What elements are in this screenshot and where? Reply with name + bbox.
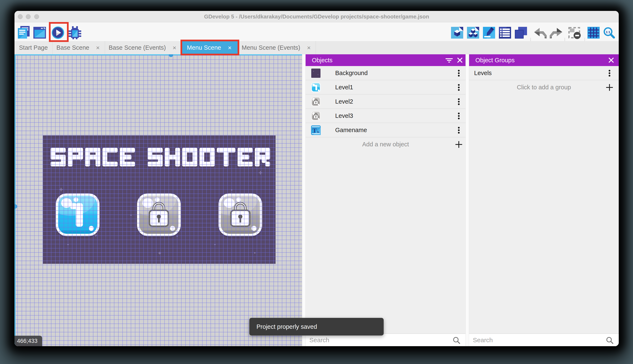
selection-edge-left [15,54,16,346]
gdevelop-window: GDevelop 5 - /Users/dkarakay/Documents/G… [15,11,619,346]
splitter-objects-groups[interactable] [466,54,469,346]
object-label: Level2 [335,94,353,108]
object-groups-panel: Object Groups Levels Click to add a [469,54,619,346]
instances-button[interactable] [467,27,479,38]
group-label: Levels [474,66,492,80]
scene-window-icon [33,27,46,38]
cursor-coordinates-badge: 466;433 [15,336,42,346]
search-icon[interactable] [606,336,614,344]
filter-icon[interactable] [445,56,453,64]
add-group-row[interactable]: Click to add a group [469,80,619,94]
object-menu-kebab-icon[interactable] [455,98,463,106]
project-manager-button[interactable] [18,26,30,39]
start-page-button[interactable] [33,27,46,38]
button-face [58,196,97,234]
close-objects-panel-icon[interactable] [456,56,464,64]
tab-base-scene-events[interactable]: Base Scene (Events) × [105,41,182,54]
tab-base-scene[interactable]: Base Scene × [53,41,105,54]
instances-cubes-icon [467,27,479,38]
group-row-levels[interactable]: Levels [469,66,619,80]
undo-button[interactable] [534,28,547,38]
groups-panel-header: Object Groups [469,54,619,66]
layers-icon [515,27,527,38]
padlock-icon [221,196,260,234]
project-manager-icon [18,26,30,39]
group-menu-kebab-icon[interactable] [605,69,614,77]
objects-panel-title: Objects [312,54,333,66]
splitter-canvas-objects[interactable] [302,54,305,346]
tab-bar: Start Page Base Scene × Base Scene (Even… [15,41,619,54]
grid-icon [587,27,600,38]
edit-pencil-icon [483,27,495,38]
tab-label: Start Page [19,44,48,51]
redo-button[interactable] [550,28,563,38]
add-object-row[interactable]: Add a new object [305,137,466,152]
tab-start-page[interactable]: Start Page [15,41,53,54]
object-row-background[interactable]: Background [305,66,466,80]
close-groups-panel-icon[interactable] [607,56,615,64]
close-tab-icon[interactable]: × [171,44,178,51]
object-menu-kebab-icon[interactable] [455,126,463,134]
object-row-level1[interactable]: Level1 [305,80,466,94]
svg-text:T: T [312,127,317,134]
object-label: Background [335,66,368,80]
add-object-plus-icon[interactable] [455,140,463,149]
locked-button-icon [311,111,321,121]
debug-bug-icon [69,26,81,39]
objects-panel: Objects [305,54,466,346]
button-face [139,196,178,234]
window-title: GDevelop 5 - /Users/dkarakay/Documents/G… [15,11,619,22]
add-group-label: Click to add a group [469,80,619,94]
titlebar: GDevelop 5 - /Users/dkarakay/Documents/G… [15,11,619,22]
tab-label: Base Scene (Events) [109,44,166,51]
svg-text:x: x [317,130,319,134]
object-page-icon [451,27,463,38]
toggle-grid-button[interactable] [587,27,600,38]
close-tab-icon[interactable]: × [95,44,101,51]
edit-scene-properties-button[interactable] [483,27,495,38]
objects-panel-header: Objects [305,54,466,66]
locked-button-icon [311,97,321,106]
object-row-level2[interactable]: Level2 [305,94,466,109]
groups-search-row [469,334,619,346]
close-tab-icon[interactable]: × [305,44,312,51]
object-menu-kebab-icon[interactable] [455,112,463,120]
groups-search-input[interactable] [473,334,578,346]
text-object-icon: T x [311,126,321,135]
svg-text:1:1: 1:1 [606,30,610,34]
debug-button[interactable] [69,26,81,39]
toolbar: 1:1 [15,22,619,41]
selection-handle-left[interactable] [15,204,17,209]
search-icon[interactable] [453,336,460,344]
scene-title-space-shooter [51,148,270,166]
save-toast: Project properly saved [249,318,384,336]
level2-button-sprite[interactable] [137,193,181,237]
layers-button[interactable] [515,27,527,38]
object-menu-kebab-icon[interactable] [455,83,463,92]
open-project-manager-button[interactable] [451,27,463,38]
content-area: 466;433 Objects [15,54,619,346]
tab-menu-scene-events[interactable]: Menu Scene (Events) × [238,41,316,54]
add-group-plus-icon[interactable] [605,83,614,92]
toggle-mask-button[interactable] [568,27,581,39]
object-label: Level3 [335,109,353,123]
selection-edge-top [15,54,302,55]
level3-button-sprite[interactable] [218,193,262,237]
level1-button-sprite[interactable] [56,193,100,237]
objects-search-input[interactable] [309,334,421,346]
tab-label: Menu Scene (Events) [242,44,300,51]
selection-handle-top[interactable] [169,54,173,57]
object-menu-kebab-icon[interactable] [455,69,463,77]
scene-canvas[interactable]: 466;433 [15,54,302,346]
object-row-level3[interactable]: Level3 [305,109,466,123]
annotation-box-menu-scene-tab [180,40,239,55]
scene-background-object[interactable] [43,136,275,264]
zoom-original-button[interactable]: 1:1 [603,27,615,39]
open-events-button[interactable] [499,27,511,38]
annotation-box-play-button [49,22,69,42]
button-face [221,196,260,234]
zoom-1-1-icon: 1:1 [603,27,615,39]
background-swatch-icon [311,68,321,78]
tab-label: Base Scene [57,44,89,51]
object-row-gamename[interactable]: T x Gamename [305,123,466,137]
